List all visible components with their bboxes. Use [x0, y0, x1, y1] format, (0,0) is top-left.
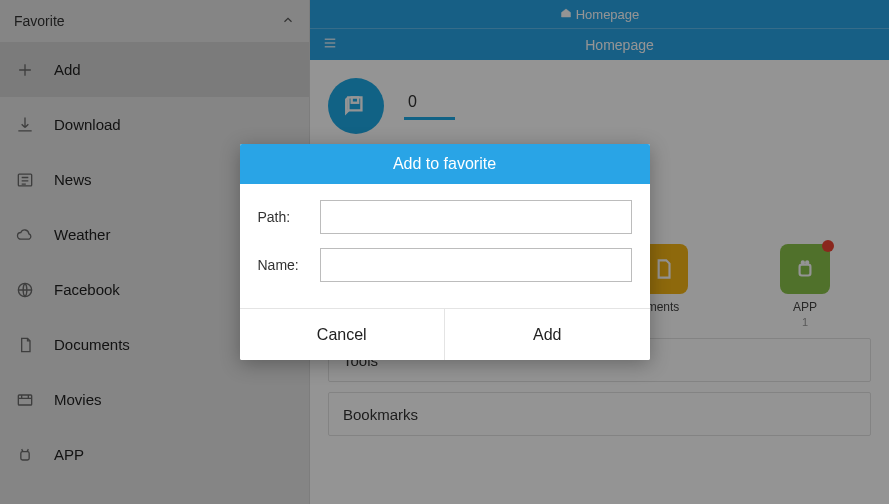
cancel-button[interactable]: Cancel	[240, 309, 446, 360]
add-button[interactable]: Add	[445, 309, 650, 360]
name-label: Name:	[258, 257, 310, 273]
add-favorite-dialog: Add to favorite Path: Name: Cancel Add	[240, 144, 650, 360]
modal-overlay: Add to favorite Path: Name: Cancel Add	[0, 0, 889, 504]
name-input[interactable]	[320, 248, 632, 282]
path-input[interactable]	[320, 200, 632, 234]
path-field: Path:	[258, 200, 632, 234]
path-label: Path:	[258, 209, 310, 225]
dialog-actions: Cancel Add	[240, 308, 650, 360]
name-field: Name:	[258, 248, 632, 282]
dialog-title: Add to favorite	[240, 144, 650, 184]
dialog-body: Path: Name:	[240, 184, 650, 308]
